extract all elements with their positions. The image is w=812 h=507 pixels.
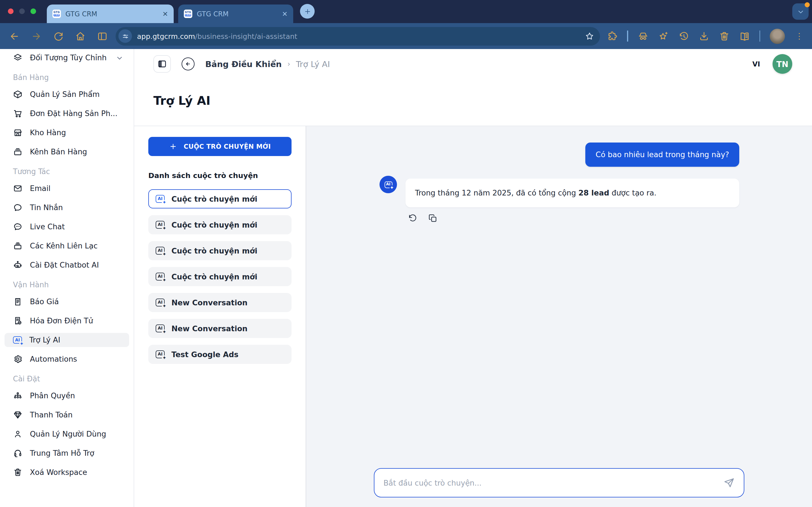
conversation-item[interactable]: AI New Conversation xyxy=(148,293,292,312)
conversation-item-selected[interactable]: AI Cuộc trò chuyện mới xyxy=(148,189,292,209)
regenerate-icon[interactable] xyxy=(408,214,417,223)
mail-icon xyxy=(13,184,22,193)
download-icon[interactable] xyxy=(698,31,709,41)
forward-icon[interactable] xyxy=(31,31,42,41)
history-icon[interactable] xyxy=(678,31,689,41)
sidebar-item-live-chat[interactable]: Live Chat xyxy=(4,220,129,234)
app-header: Bảng Điều Khiển › Trợ Lý AI VI TN xyxy=(134,49,812,79)
conversation-item[interactable]: AI New Conversation xyxy=(148,319,292,338)
back-button[interactable] xyxy=(182,57,195,70)
tab-close-icon[interactable]: ✕ xyxy=(282,10,288,17)
sidebar-item-quan-ly-nguoi-dung[interactable]: Quản Lý Người Dùng xyxy=(4,427,129,441)
robot-icon xyxy=(13,260,22,270)
chevron-down-icon xyxy=(116,54,123,62)
chat-bubble-icon xyxy=(13,203,22,212)
star-badge-icon[interactable] xyxy=(658,31,668,41)
toolbar-right-icons xyxy=(607,29,806,44)
sidebar-section-van-hanh: Vận Hành xyxy=(0,281,134,289)
sidebar-item-phan-quyen[interactable]: Phân Quyền xyxy=(4,389,129,403)
message-actions xyxy=(408,214,438,223)
minimize-window-button[interactable] xyxy=(19,8,25,14)
sidebar-item-cai-dat-chatbot-ai[interactable]: Cài Đặt Chatbot AI xyxy=(4,258,129,272)
incognito-icon[interactable] xyxy=(638,31,648,41)
sidebar-item-quan-ly-san-pham[interactable]: Quản Lý Sản Phẩm xyxy=(4,87,129,101)
sidebar-item-thanh-toan[interactable]: Thanh Toán xyxy=(4,408,129,422)
sidebar-item-don-dat-hang[interactable]: Đơn Đặt Hàng Sản Ph... xyxy=(4,107,129,121)
notification-dot xyxy=(805,2,810,7)
sidebar-item-trung-tam-ho-tro[interactable]: Trung Tâm Hỗ Trợ xyxy=(4,446,129,460)
gear-icon xyxy=(13,354,22,364)
browser-tab-bar: GTG CRM GTG CRM ✕ GTG CRM GTG CRM ✕ xyxy=(0,0,812,23)
conversation-item[interactable]: AI Cuộc trò chuyện mới xyxy=(148,215,292,234)
site-info-icon[interactable] xyxy=(118,29,132,43)
sidebar-item-automations[interactable]: Automations xyxy=(4,352,129,366)
screen: GTG CRM GTG CRM ✕ GTG CRM GTG CRM ✕ xyxy=(0,0,812,507)
sidebar-section-tuong-tac: Tương Tác xyxy=(0,167,134,176)
cube-icon xyxy=(13,90,22,99)
sidebar-item-email[interactable]: Email xyxy=(4,181,129,195)
bookmark-star-icon[interactable] xyxy=(585,31,594,41)
sidebar-item-tro-ly-ai[interactable]: AI Trợ Lý AI xyxy=(4,333,129,347)
close-window-button[interactable] xyxy=(8,8,13,14)
receipt-icon xyxy=(13,297,22,306)
trash-icon xyxy=(13,467,22,477)
plus-icon xyxy=(304,8,311,15)
sidebar-item-kho-hang[interactable]: Kho Hàng xyxy=(4,126,129,140)
sidebar-item-cac-kenh-lien-lac[interactable]: Các Kênh Liên Lạc xyxy=(4,239,129,253)
breadcrumb: Bảng Điều Khiển › Trợ Lý AI xyxy=(205,59,330,68)
app-sidebar: Đối Tượng Tùy Chỉnh Bán Hàng Quản Lý Sản… xyxy=(0,49,134,507)
breadcrumb-dashboard[interactable]: Bảng Điều Khiển xyxy=(205,59,282,68)
copy-icon[interactable] xyxy=(428,214,438,223)
sidebar-item-bao-gia[interactable]: Báo Giá xyxy=(4,295,129,309)
browser-profile-avatar[interactable] xyxy=(770,29,785,44)
headset-icon xyxy=(13,448,22,458)
side-panel-icon[interactable] xyxy=(97,31,108,41)
tab-close-icon[interactable]: ✕ xyxy=(162,10,168,17)
zoom-window-button[interactable] xyxy=(31,8,36,14)
page-title-row: Trợ Lý AI xyxy=(134,79,812,126)
chat-input[interactable] xyxy=(384,478,718,487)
browser-tab-2-active[interactable]: GTG CRM GTG CRM ✕ xyxy=(178,4,293,23)
sidebar-item-hoa-don-dien-tu[interactable]: Hóa Đơn Điện Tử xyxy=(4,314,129,328)
sidebar-toggle-button[interactable] xyxy=(153,55,171,73)
ai-message-row: AI Trong tháng 12 năm 2025, đã có tổng c… xyxy=(379,176,739,207)
home-icon[interactable] xyxy=(75,31,86,41)
user-icon xyxy=(13,429,22,439)
arrow-left-icon xyxy=(185,60,192,68)
archive-icon xyxy=(13,147,22,157)
reading-list-icon[interactable] xyxy=(739,31,750,41)
app-window: Đối Tượng Tùy Chỉnh Bán Hàng Quản Lý Sản… xyxy=(0,49,812,507)
conversation-item[interactable]: AI Cuộc trò chuyện mới xyxy=(148,267,292,286)
gtg-crm-favicon: GTG CRM xyxy=(52,10,61,18)
extensions-puzzle-icon[interactable] xyxy=(607,31,617,41)
conversation-item[interactable]: AI Test Google Ads xyxy=(148,345,292,364)
sidebar-item-kenh-ban-hang[interactable]: Kênh Bán Hàng xyxy=(4,145,129,159)
breadcrumb-current: Trợ Lý AI xyxy=(296,59,330,68)
ai-sparkle-icon: AI xyxy=(156,325,165,332)
store-icon xyxy=(13,128,22,137)
window-controls xyxy=(8,8,36,14)
chevron-down-icon xyxy=(797,8,804,15)
new-tab-button[interactable] xyxy=(300,4,315,18)
reload-icon[interactable] xyxy=(53,31,64,41)
user-avatar[interactable]: TN xyxy=(772,54,792,74)
new-conversation-button[interactable]: CUỘC TRÒ CHUYỆN MỚI xyxy=(148,137,292,156)
conversation-item[interactable]: AI Cuộc trò chuyện mới xyxy=(148,241,292,260)
browser-tab-1[interactable]: GTG CRM GTG CRM ✕ xyxy=(47,4,174,23)
sidebar-item-tin-nhan[interactable]: Tin Nhắn xyxy=(4,201,129,215)
language-selector[interactable]: VI xyxy=(752,60,760,68)
url-bar[interactable]: app.gtgcrm.com/business-insight/ai-assis… xyxy=(116,27,600,45)
back-icon[interactable] xyxy=(9,31,20,41)
tab-title: GTG CRM xyxy=(65,10,158,18)
sidebar-item-custom-objects[interactable]: Đối Tượng Tùy Chỉnh xyxy=(4,51,129,65)
page-title: Trợ Lý AI xyxy=(153,94,812,108)
trash-icon[interactable] xyxy=(719,31,729,41)
menu-dots-icon[interactable] xyxy=(795,31,804,41)
org-chart-icon xyxy=(13,391,22,400)
window-chevron-button[interactable] xyxy=(792,3,809,20)
url-text: app.gtgcrm.com/business-insight/ai-assis… xyxy=(137,32,585,40)
chat-input-bar xyxy=(374,468,744,497)
send-icon[interactable] xyxy=(723,477,735,489)
chat-area: Có bao nhiêu lead trong tháng này? AI Tr… xyxy=(306,126,812,507)
sidebar-item-xoa-workspace[interactable]: Xoá Workspace xyxy=(4,465,129,480)
